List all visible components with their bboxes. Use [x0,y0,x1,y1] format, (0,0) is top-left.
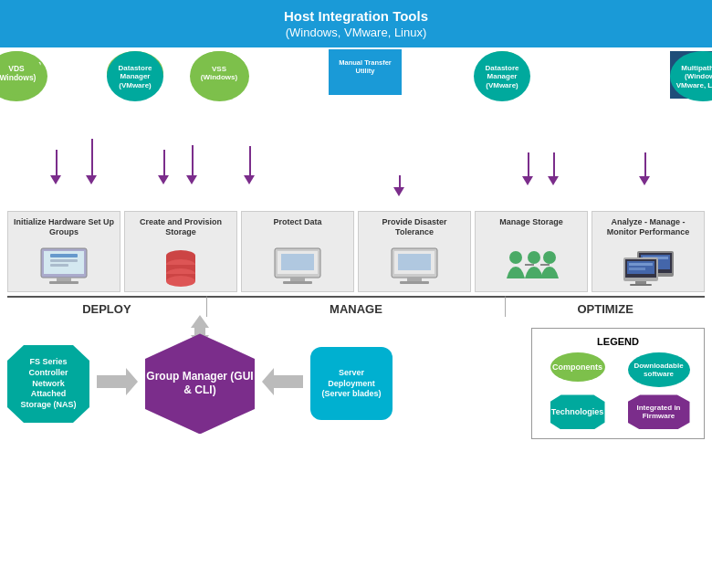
fs-series-box: FS Series Controller Network Attached St… [7,345,89,423]
svg-marker-40 [97,368,138,395]
card-provision-title: Create and Provision Storage [129,217,233,247]
screens-icon [619,247,678,288]
card-manage: Manage Storage [475,211,588,292]
arrow-left-1 [262,368,303,399]
legend-components-oval: Components [550,352,605,382]
svg-rect-6 [49,281,79,284]
bubble-manual-transfer: Manual Transfer Utility [329,49,402,84]
legend-components: Components [539,352,615,389]
svg-rect-37 [629,268,645,270]
group-manager: Group Manager (GUI & CLI) [145,333,255,434]
header-subtitle: (Windows, VMware, Linux) [9,26,703,41]
database-icon [161,247,202,288]
svg-point-25 [528,251,540,264]
card-manage-title: Manage Storage [499,217,563,247]
card-provision: Create and Provision Storage [124,211,237,292]
card-protect: Protect Data [241,211,354,292]
legend-technologies: Technologies [539,394,615,431]
card-initialize-title: Initialize Hardware Set Up Groups [12,217,116,247]
deploy-label: DEPLOY [82,302,131,316]
svg-rect-4 [50,264,68,267]
group-manager-hex: Group Manager (GUI & CLI) [145,333,255,434]
arrow-right-1 [97,368,138,399]
svg-point-26 [543,251,556,264]
header-bar: Host Integration Tools (Windows, VMware,… [0,0,712,47]
legend-integrated: Integrated in Firmware [621,394,696,431]
svg-rect-18 [283,281,312,284]
protect-icon [270,247,325,288]
svg-marker-41 [262,368,303,395]
bottom-area: FS Series Controller Network Attached St… [0,320,712,446]
legend-box: LEGEND Components Downloadable software … [531,328,705,439]
legend-integrated-hex: Integrated in Firmware [628,394,690,429]
legend-technologies-hex: Technologies [550,394,605,429]
legend-grid: Components Downloadable software Technol… [539,352,696,431]
tools-area: Remote Setup Wizard (Windows, Linux) VDS… [0,47,712,207]
svg-point-13 [166,276,195,287]
card-analyze-title: Analyze - Manage - Monitor Performance [596,217,700,247]
section-labels: DEPLOY MANAGE OPTIMIZE [0,292,712,320]
legend-downloadable: Downloadable software [621,352,696,389]
card-analyze: Analyze - Manage - Monitor Performance [592,211,705,292]
svg-rect-22 [407,278,422,281]
svg-point-24 [509,251,522,264]
svg-rect-21 [398,254,431,270]
card-initialize: Initialize Hardware Set Up Groups [7,211,120,292]
legend-title: LEGEND [539,336,696,347]
bubble-datastore-2: Datastore Manager (VMware) [474,51,530,101]
svg-rect-5 [57,278,71,281]
monitor-icon [37,247,91,288]
server-deployment-box: Server Deployment (Server blades) [310,347,393,420]
manage-label: MANAGE [330,302,382,316]
svg-rect-39 [630,284,652,286]
svg-rect-23 [400,281,429,284]
svg-rect-38 [635,281,646,284]
header-title: Host Integration Tools [9,7,703,26]
bubble-datastore-1: Datastore Manager (VMware) [107,51,163,101]
svg-rect-36 [629,263,653,266]
card-disaster-title: Provide Disaster Tolerance [362,217,466,247]
svg-rect-2 [50,254,78,257]
svg-rect-16 [281,254,314,270]
optimize-label: OPTIMIZE [577,302,633,316]
disaster-icon [387,247,442,288]
card-protect-title: Protect Data [273,217,321,247]
card-disaster: Provide Disaster Tolerance [358,211,471,292]
card-row: Initialize Hardware Set Up Groups Create… [0,211,712,292]
svg-rect-17 [290,278,305,281]
legend-downloadable-oval: Downloadable software [628,352,690,387]
svg-rect-3 [50,259,78,262]
people-icon [502,247,561,288]
